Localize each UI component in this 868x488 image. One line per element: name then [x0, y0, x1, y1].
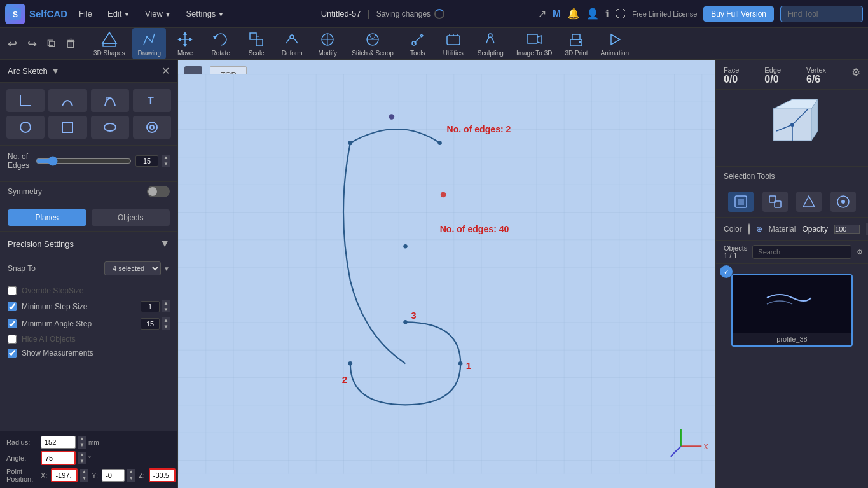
edges-value-input[interactable]: [135, 155, 158, 167]
tab-planes[interactable]: Planes: [8, 209, 86, 226]
drawing-icon: [141, 31, 158, 48]
min-step-checkbox[interactable]: [8, 302, 17, 311]
min-step-input[interactable]: [141, 301, 160, 312]
tool-deform[interactable]: Deform: [275, 28, 308, 59]
angle-down[interactable]: ▼: [78, 458, 86, 464]
tool-tools[interactable]: Tools: [401, 28, 434, 59]
precision-settings-header[interactable]: Precision Settings ▼: [0, 232, 177, 256]
min-angle-up[interactable]: ▲: [162, 317, 170, 324]
x-up[interactable]: ▲: [80, 469, 88, 475]
right-panel-gear[interactable]: ⚙: [851, 66, 860, 78]
sel-face-icon[interactable]: [796, 192, 822, 212]
tool-3d-print[interactable]: 3D Print: [560, 28, 593, 59]
search-input[interactable]: [752, 245, 851, 259]
duplicate-button[interactable]: ⧉: [43, 34, 59, 53]
snap-select[interactable]: 4 selected 3 selected 2 selected 1 selec…: [104, 261, 161, 275]
draw-tool-text[interactable]: T: [133, 89, 171, 112]
redo-button[interactable]: ↪: [24, 34, 41, 53]
modify-icon: [319, 31, 336, 48]
tool-drawing[interactable]: Drawing: [132, 28, 166, 59]
share-icon[interactable]: ↗: [538, 8, 546, 20]
min-angle-down[interactable]: ▼: [162, 324, 170, 330]
canvas-area[interactable]: ‹ › ⌂ 📷 ▲ ▼ TOP: [178, 60, 715, 488]
radius-up[interactable]: ▲: [78, 436, 86, 442]
canvas-svg[interactable]: 1 2 3 No. of edges: 2 No. of edges: 40 X: [178, 60, 715, 488]
sel-vertex-icon[interactable]: [830, 192, 856, 212]
min-angle-checkbox[interactable]: [8, 319, 17, 328]
utilities-icon: [444, 31, 462, 48]
info-icon[interactable]: ℹ: [605, 8, 609, 20]
edges-slider[interactable]: [36, 156, 132, 166]
edges-down[interactable]: ▼: [162, 161, 170, 167]
delete-button[interactable]: 🗑: [62, 34, 81, 53]
user-icon[interactable]: 👤: [586, 8, 599, 20]
svg-rect-60: [738, 199, 744, 205]
vertex-label: Vertex: [806, 66, 826, 74]
sel-object-icon[interactable]: [728, 192, 754, 212]
svg-text:No. of edges: 40: No. of edges: 40: [440, 224, 509, 234]
y-down[interactable]: ▼: [127, 475, 135, 482]
hide-objects-checkbox[interactable]: [8, 335, 17, 344]
draw-tool-bezier[interactable]: [91, 89, 129, 112]
draw-tool-corner[interactable]: [6, 89, 45, 112]
y-input[interactable]: [102, 469, 125, 482]
menu-settings[interactable]: Settings ▼: [182, 6, 228, 21]
svg-text:1: 1: [466, 360, 471, 371]
color-swatch[interactable]: [748, 223, 750, 235]
edges-up[interactable]: ▲: [162, 155, 170, 161]
find-tool-input[interactable]: [780, 6, 863, 22]
tool-animation[interactable]: Animation: [596, 28, 634, 59]
radius-down[interactable]: ▼: [78, 442, 86, 449]
svg-point-38: [441, 192, 446, 198]
tool-image-to-3d[interactable]: Image To 3D: [511, 28, 558, 59]
menu-file[interactable]: File: [75, 6, 96, 21]
panel-arrow[interactable]: ▼: [52, 66, 60, 76]
tab-objects[interactable]: Objects: [92, 209, 170, 226]
tool-scale[interactable]: Scale: [240, 28, 273, 59]
tool-3d-shapes[interactable]: 3D Shapes: [88, 28, 130, 59]
sel-multi-icon[interactable]: [762, 192, 788, 212]
x-input[interactable]: [51, 468, 78, 482]
min-step-up[interactable]: ▲: [162, 300, 170, 307]
color-label: Color: [724, 225, 742, 234]
menu-view[interactable]: View ▼: [141, 6, 174, 21]
z-input[interactable]: [149, 468, 176, 482]
angle-input[interactable]: [41, 451, 76, 465]
draw-tool-rect[interactable]: [48, 116, 86, 139]
show-measurements-checkbox[interactable]: [8, 349, 17, 358]
tool-sculpting[interactable]: Sculpting: [472, 28, 509, 59]
panel-close-button[interactable]: ✕: [162, 65, 170, 77]
min-angle-input[interactable]: [141, 318, 160, 330]
logo-icon[interactable]: S: [5, 4, 25, 24]
m-icon[interactable]: M: [553, 8, 561, 20]
fullscreen-icon[interactable]: ⛶: [616, 8, 626, 20]
menu-edit[interactable]: Edit ▼: [104, 6, 134, 21]
tool-move[interactable]: Move: [169, 28, 202, 59]
tool-modify[interactable]: Modify: [311, 28, 344, 59]
min-step-down[interactable]: ▼: [162, 307, 170, 313]
x-down[interactable]: ▼: [80, 475, 88, 482]
opacity-input[interactable]: [834, 225, 860, 234]
draw-tool-curve[interactable]: [48, 89, 86, 112]
angle-up[interactable]: ▲: [78, 452, 86, 458]
tool-utilities[interactable]: Utilities: [437, 28, 470, 59]
svg-point-36: [389, 114, 395, 120]
tool-stitch-scoop[interactable]: Stitch & Scoop: [347, 28, 399, 59]
object-thumbnail[interactable]: profile_38: [731, 274, 853, 347]
undo-button[interactable]: ↩: [4, 34, 21, 53]
orientation-cube[interactable]: [754, 96, 830, 160]
bell-icon[interactable]: 🔔: [567, 8, 580, 20]
draw-tool-circle[interactable]: [6, 116, 45, 139]
tool-rotate[interactable]: Rotate: [204, 28, 237, 59]
radius-spinner: ▲ ▼: [78, 436, 86, 448]
show-measurements-row: Show Measurements: [8, 349, 170, 358]
radius-input[interactable]: [41, 436, 76, 449]
symmetry-toggle[interactable]: [147, 186, 170, 197]
draw-tool-target[interactable]: [133, 116, 171, 139]
radius-row: Radius: ▲ ▼ mm: [6, 436, 171, 449]
y-up[interactable]: ▲: [127, 469, 135, 475]
override-step-checkbox[interactable]: [8, 286, 17, 295]
draw-tool-ellipse[interactable]: [91, 116, 129, 139]
buy-button[interactable]: Buy Full Version: [703, 6, 774, 22]
objects-gear-icon[interactable]: ⚙: [857, 248, 863, 256]
